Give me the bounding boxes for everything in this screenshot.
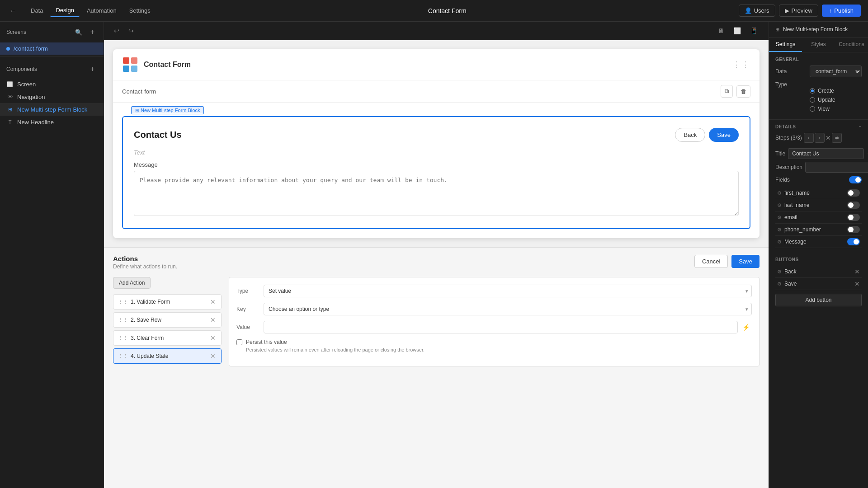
preview-button[interactable]: ▶ Preview: [779, 5, 818, 17]
nav-data[interactable]: Data: [25, 4, 48, 17]
action-item-3[interactable]: ⋮⋮ 3. Clear Form ✕: [113, 330, 222, 346]
key-select[interactable]: Choose an option or type: [264, 303, 752, 315]
field-toggle-message[interactable]: [847, 238, 860, 245]
remove-action-2[interactable]: ✕: [209, 316, 217, 324]
rs-data-select[interactable]: contact_form: [810, 66, 862, 77]
action-item-1[interactable]: ⋮⋮ 1. Validate Form ✕: [113, 294, 222, 310]
rs-buttons-section: Buttons ⚙ Back ✕ ⚙ Save ✕ Add button: [769, 253, 868, 311]
canvas-area: Contact Form ⋮⋮ Contact-form ⧉ 🗑 ⊞ New M…: [104, 40, 769, 488]
undo-button[interactable]: ↩: [111, 25, 122, 36]
actions-content: Add Action ⋮⋮ 1. Validate Form ✕ ⋮⋮ 2. S…: [113, 277, 760, 366]
value-lightning-button[interactable]: ⚡: [741, 322, 752, 333]
field-toggle-last-name[interactable]: [847, 202, 860, 209]
back-button[interactable]: ←: [7, 5, 18, 17]
button-gear-save[interactable]: ⚙: [777, 281, 782, 287]
page-title: Contact Form: [160, 7, 735, 14]
remove-action-4[interactable]: ✕: [209, 352, 217, 360]
rs-title-input[interactable]: [788, 148, 864, 159]
step-share-button[interactable]: ⇄: [832, 133, 842, 143]
type-select-wrapper: Set value: [264, 285, 752, 297]
field-gear-phone[interactable]: ⚙: [777, 227, 782, 233]
headline-comp-icon: T: [6, 118, 14, 126]
button-remove-save[interactable]: ✕: [854, 280, 860, 287]
steps-row: Steps (3/3) ‹ › ✕ ⇄: [775, 133, 862, 143]
add-action-button[interactable]: Add Action: [113, 277, 151, 289]
redo-button[interactable]: ↪: [126, 25, 137, 36]
step-header-row: Contact Us Back Save: [134, 128, 739, 142]
actions-header-left: Actions Define what actions to run.: [113, 255, 177, 270]
users-button[interactable]: 👤 Users: [739, 5, 775, 17]
persist-checkbox[interactable]: [236, 339, 242, 345]
field-item-first-name: ⚙ first_name: [775, 187, 862, 199]
action-item-4[interactable]: ⋮⋮ 4. Update State ✕: [113, 348, 222, 364]
field-gear-email[interactable]: ⚙: [777, 215, 782, 221]
main-layout: Screens 🔍 + /contact-form Components + ⬜…: [0, 22, 868, 488]
rs-tab-settings[interactable]: Settings: [769, 38, 802, 52]
rs-desc-input[interactable]: [805, 162, 868, 173]
mobile-view-button[interactable]: 📱: [746, 25, 761, 36]
component-headline[interactable]: T New Headline: [0, 116, 104, 128]
add-component-button[interactable]: +: [88, 63, 97, 75]
add-screen-button[interactable]: +: [88, 26, 97, 38]
key-label: Key: [236, 306, 264, 312]
step-buttons: Back Save: [675, 128, 739, 142]
rs-radio-update[interactable]: Update: [810, 97, 862, 103]
component-multistep[interactable]: ⊞ New Multi-step Form Block: [0, 103, 104, 116]
rs-fields-toggle[interactable]: [849, 176, 862, 183]
step-close-button[interactable]: ✕: [826, 134, 831, 141]
step-next-button[interactable]: ›: [815, 133, 825, 143]
rs-tab-styles[interactable]: Styles: [802, 38, 835, 52]
step-save-button[interactable]: Save: [709, 128, 739, 142]
field-toggle-first-name[interactable]: [847, 189, 860, 197]
search-screens-button[interactable]: 🔍: [72, 26, 85, 38]
delete-button[interactable]: 🗑: [736, 85, 750, 98]
field-toggle-email[interactable]: [847, 214, 860, 221]
field-gear-last-name[interactable]: ⚙: [777, 202, 782, 208]
tablet-view-button[interactable]: ⬜: [730, 25, 745, 36]
rs-radio-view[interactable]: View: [810, 106, 862, 112]
nav-settings[interactable]: Settings: [124, 4, 156, 17]
actions-header-buttons: Cancel Save: [694, 255, 760, 268]
drag-icon-3: ⋮⋮: [118, 335, 128, 341]
duplicate-button[interactable]: ⧉: [721, 85, 733, 98]
step-back-button[interactable]: Back: [675, 128, 705, 142]
component-screen[interactable]: ⬜ Screen: [0, 78, 104, 90]
field-gear-first-name[interactable]: ⚙: [777, 190, 782, 196]
details-collapse-icon[interactable]: −: [859, 124, 862, 129]
svg-rect-1: [131, 57, 137, 64]
toolbar-left: ↩ ↪: [111, 25, 137, 36]
button-gear-back[interactable]: ⚙: [777, 269, 782, 275]
add-button-button[interactable]: Add button: [775, 294, 862, 306]
button-remove-back[interactable]: ✕: [854, 268, 860, 275]
field-toggle-phone[interactable]: [847, 226, 860, 233]
step-prev-button[interactable]: ‹: [804, 133, 814, 143]
type-select[interactable]: Set value: [264, 285, 752, 297]
remove-action-1[interactable]: ✕: [209, 298, 217, 305]
rs-radio-create-dot: [810, 88, 815, 94]
rs-radio-create[interactable]: Create: [810, 88, 862, 94]
field-item-message: ⚙ Message: [775, 236, 862, 248]
field-item-phone: ⚙ phone_number: [775, 224, 862, 236]
rs-tab-conditions[interactable]: Conditions: [835, 38, 868, 52]
remove-action-3[interactable]: ✕: [209, 334, 217, 342]
component-navigation[interactable]: 👁 Navigation: [0, 90, 104, 103]
value-input[interactable]: [264, 321, 738, 333]
button-item-back: ⚙ Back ✕: [775, 266, 862, 278]
button-item-save: ⚙ Save ✕: [775, 278, 862, 290]
rs-details-section: DETAILS − Steps (3/3) ‹ › ✕ ⇄ Title ⚡: [769, 120, 868, 253]
rs-block-icon: ⊞: [775, 27, 779, 33]
actions-save-button[interactable]: Save: [731, 255, 760, 268]
nav-automation[interactable]: Automation: [81, 4, 122, 17]
publish-button[interactable]: ↑ Publish: [822, 5, 861, 17]
action-item-2[interactable]: ⋮⋮ 2. Save Row ✕: [113, 312, 222, 328]
field-item-email: ⚙ email: [775, 211, 862, 224]
screen-item-contact-form[interactable]: /contact-form: [0, 42, 104, 55]
more-options-icon[interactable]: ⋮⋮: [732, 60, 750, 70]
message-textarea[interactable]: [134, 171, 739, 216]
nav-design[interactable]: Design: [50, 4, 79, 17]
desktop-view-button[interactable]: 🖥: [714, 25, 728, 36]
svg-rect-2: [123, 66, 129, 72]
actions-cancel-button[interactable]: Cancel: [694, 255, 728, 268]
multistep-comp-icon: ⊞: [6, 106, 14, 113]
field-gear-message[interactable]: ⚙: [777, 239, 782, 245]
